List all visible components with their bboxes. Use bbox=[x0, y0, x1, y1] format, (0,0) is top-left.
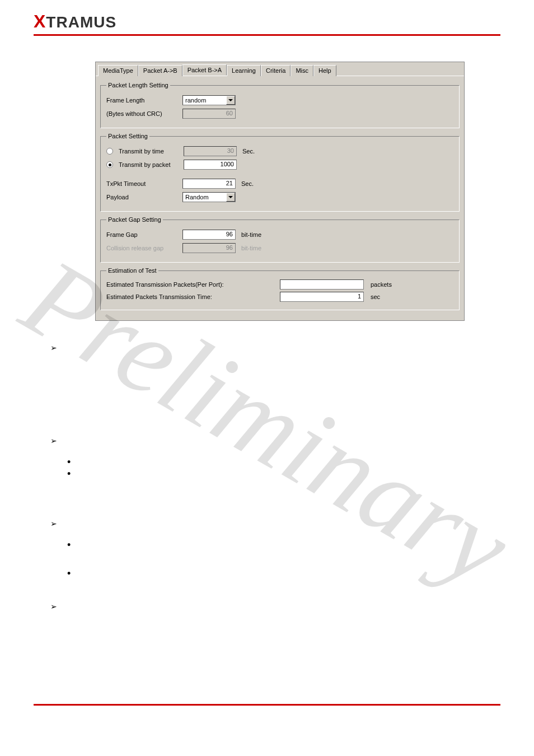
bytes-label: (Bytes without CRC) bbox=[106, 110, 179, 117]
frame-gap-unit: bit-time bbox=[241, 231, 261, 238]
est-packets-unit: packets bbox=[371, 281, 392, 288]
settings-dialog: MediaType Packet A->B Packet B->A Learni… bbox=[95, 62, 465, 321]
payload-label: Payload bbox=[106, 194, 179, 200]
payload-select[interactable]: Random bbox=[182, 192, 236, 202]
est-time-label: Estimated Packets Transmission Time: bbox=[106, 293, 280, 300]
legend-estimation: Estimation of Test bbox=[106, 267, 158, 274]
payload-value: Random bbox=[183, 193, 226, 201]
est-time-unit: sec bbox=[371, 293, 380, 300]
est-packets-label: Estimated Transmission Packets(Per Port)… bbox=[106, 281, 280, 288]
transmit-packet-label: Transmit by packet bbox=[119, 161, 180, 168]
transmit-packet-radio[interactable] bbox=[106, 161, 113, 168]
tab-packet-a-b[interactable]: Packet A->B bbox=[138, 65, 182, 76]
group-estimation: Estimation of Test Estimated Transmissio… bbox=[100, 267, 460, 310]
brand-rest: TRAMUS bbox=[46, 13, 116, 31]
tab-learning[interactable]: Learning bbox=[227, 65, 261, 76]
frame-length-select[interactable]: random bbox=[182, 95, 236, 105]
footer: 16 / 51 USM_NuApps-2889_V1.0 bbox=[34, 716, 500, 722]
txpkt-unit: Sec. bbox=[241, 180, 254, 187]
bullet-disc-2: • bbox=[67, 468, 484, 480]
tab-packet-b-a[interactable]: Packet B->A bbox=[182, 64, 227, 76]
legend-packet-length: Packet Length Setting bbox=[106, 82, 170, 88]
bullet-chevron-4: ➢ bbox=[50, 602, 484, 611]
tab-strip: MediaType Packet A->B Packet B->A Learni… bbox=[96, 62, 464, 76]
transmit-time-unit: Sec. bbox=[242, 148, 255, 155]
transmit-time-label: Transmit by time bbox=[119, 148, 180, 155]
bullet-chevron-1: ➢ bbox=[50, 343, 484, 352]
brand-logo: XTRAMUS bbox=[34, 13, 116, 31]
bullet-disc-3: • bbox=[67, 539, 484, 551]
est-packets-value bbox=[280, 279, 364, 290]
tab-criteria[interactable]: Criteria bbox=[261, 65, 291, 76]
group-packet-setting: Packet Setting Transmit by time 30 Sec. … bbox=[100, 133, 460, 212]
bullet-chevron-2: ➢ bbox=[50, 436, 484, 445]
chevron-down-icon[interactable] bbox=[226, 96, 235, 105]
est-time-value: 1 bbox=[280, 292, 364, 302]
bytes-input: 60 bbox=[182, 109, 236, 119]
bullet-disc-4: • bbox=[67, 568, 484, 580]
legend-packet-gap: Packet Gap Setting bbox=[106, 216, 163, 223]
collision-label: Collision release gap bbox=[106, 245, 179, 251]
bullet-chevron-3: ➢ bbox=[50, 519, 484, 528]
frame-gap-input[interactable]: 96 bbox=[182, 230, 236, 240]
transmit-time-input: 30 bbox=[184, 146, 237, 156]
content-area: ➢ ➢ • • ➢ • • ➢ bbox=[0, 321, 534, 611]
bullet-disc-1: • bbox=[67, 456, 484, 468]
chevron-down-icon[interactable] bbox=[226, 193, 235, 202]
transmit-time-radio[interactable] bbox=[106, 148, 113, 155]
tab-misc[interactable]: Misc bbox=[291, 65, 313, 76]
txpkt-label: TxPkt Timeout bbox=[106, 180, 179, 187]
group-packet-gap: Packet Gap Setting Frame Gap 96 bit-time… bbox=[100, 216, 460, 263]
frame-gap-label: Frame Gap bbox=[106, 231, 179, 238]
frame-length-value: random bbox=[183, 96, 226, 104]
brand-x: X bbox=[34, 11, 46, 31]
footer-divider bbox=[34, 704, 500, 706]
legend-packet-setting: Packet Setting bbox=[106, 133, 149, 139]
collision-input: 96 bbox=[182, 243, 236, 253]
txpkt-input[interactable]: 21 bbox=[182, 179, 236, 189]
footer-left: 16 / 51 bbox=[34, 716, 53, 722]
group-packet-length: Packet Length Setting Frame Length rando… bbox=[100, 82, 460, 128]
page-title: 6.5.16.3. Packet B->A bbox=[0, 36, 534, 62]
frame-length-label: Frame Length bbox=[106, 97, 179, 104]
collision-unit: bit-time bbox=[241, 245, 261, 251]
tab-mediatype[interactable]: MediaType bbox=[98, 65, 138, 76]
transmit-packet-input[interactable]: 1000 bbox=[184, 160, 237, 170]
footer-right: USM_NuApps-2889_V1.0 bbox=[429, 716, 500, 722]
tab-body: Packet Length Setting Frame Length rando… bbox=[96, 76, 464, 320]
tab-help[interactable]: Help bbox=[313, 65, 336, 76]
